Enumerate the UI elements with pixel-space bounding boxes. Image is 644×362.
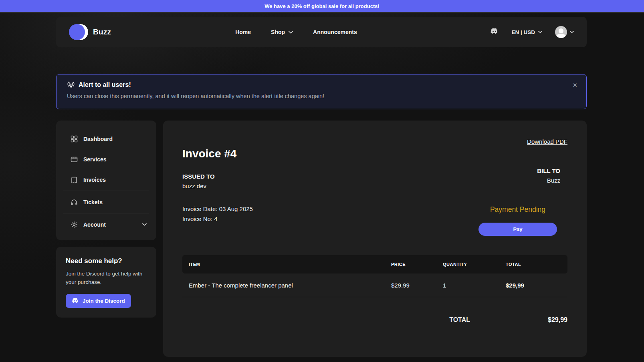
locale-currency-label: EN | USD (511, 29, 535, 35)
discord-icon (72, 298, 79, 304)
chevron-down-icon (538, 31, 542, 33)
sidebar-item-label: Dashboard (83, 136, 113, 142)
sidebar: Dashboard Services Invoices (56, 121, 156, 240)
main-nav: Home Shop Announcements (235, 29, 357, 35)
cell-item: Ember - The complete freelancer panel (189, 282, 391, 289)
nav-announcements[interactable]: Announcements (313, 29, 357, 35)
gear-icon (71, 221, 78, 228)
sidebar-item-services[interactable]: Services (56, 149, 156, 169)
sidebar-item-label: Account (83, 221, 106, 228)
grid-icon (71, 135, 78, 143)
payment-status-badge: Payment Pending (475, 205, 560, 214)
bill-to-block: BILL TO Buzz (537, 167, 567, 189)
sidebar-item-dashboard[interactable]: Dashboard (56, 129, 156, 149)
alert-title: Alert to all users! (79, 81, 131, 88)
col-header-total: TOTAL (506, 262, 561, 267)
invoice-number: Invoice No: 4 (182, 215, 253, 222)
download-pdf-link[interactable]: Download PDF (527, 138, 567, 145)
sidebar-item-label: Services (83, 156, 107, 163)
sidebar-item-tickets[interactable]: Tickets (56, 192, 156, 212)
invoice-date: Invoice Date: 03 Aug 2025 (182, 205, 253, 212)
headset-icon (71, 199, 78, 206)
join-discord-label: Join the Discord (83, 298, 125, 304)
chevron-down-icon (142, 223, 147, 226)
brand-logo[interactable] (69, 24, 88, 40)
broadcast-icon (67, 81, 75, 88)
invoice-title: Invoice #4 (182, 147, 567, 160)
help-text: Join the Discord to get help with your p… (66, 270, 146, 287)
col-header-quantity: QUANTITY (443, 262, 506, 267)
chevron-down-icon (289, 31, 293, 34)
sidebar-item-account[interactable]: Account (56, 214, 156, 235)
cell-total: $29,99 (506, 282, 561, 289)
nav-shop[interactable]: Shop (271, 29, 293, 35)
issued-to-label: ISSUED TO (182, 173, 215, 180)
nav-announcements-label: Announcements (313, 29, 357, 35)
sidebar-item-label: Tickets (83, 199, 103, 205)
issued-to-block: ISSUED TO buzz dev (182, 173, 215, 189)
sidebar-divider (63, 191, 149, 191)
help-card: Need some help? Join the Discord to get … (56, 247, 156, 318)
col-header-item: ITEM (189, 262, 391, 267)
box-icon (71, 156, 78, 163)
nav-home-label: Home (235, 29, 251, 35)
join-discord-button[interactable]: Join the Discord (66, 294, 131, 308)
bill-to-label: BILL TO (537, 167, 560, 174)
help-title: Need some help? (66, 257, 147, 265)
issued-to-value: buzz dev (182, 183, 215, 189)
global-alert: Alert to all users! Users can close this… (56, 74, 587, 109)
bill-to-value: Buzz (537, 177, 560, 184)
avatar (555, 26, 567, 38)
invoice-card: Download PDF Invoice #4 ISSUED TO buzz d… (163, 121, 587, 357)
discord-icon[interactable] (490, 28, 499, 36)
grand-total-label: TOTAL (449, 316, 470, 324)
table-header-row: ITEM PRICE QUANTITY TOTAL (182, 255, 567, 274)
locale-currency-selector[interactable]: EN | USD (511, 29, 542, 35)
chevron-down-icon (570, 31, 574, 33)
invoice-items-table: ITEM PRICE QUANTITY TOTAL Ember - The co… (182, 255, 567, 297)
sidebar-item-label: Invoices (83, 177, 106, 183)
grand-total-value: $29,99 (470, 316, 567, 324)
promo-banner-text: We have a 20% off global sale for all pr… (264, 3, 380, 9)
table-row: Ember - The complete freelancer panel $2… (182, 274, 567, 297)
nav-home[interactable]: Home (235, 29, 251, 35)
cell-quantity: 1 (443, 282, 506, 289)
account-menu[interactable] (555, 26, 574, 38)
col-header-price: PRICE (391, 262, 443, 267)
invoice-icon (71, 176, 78, 183)
brand-name[interactable]: Buzz (93, 28, 111, 36)
nav-shop-label: Shop (271, 29, 285, 35)
header: Buzz Home Shop Announcements EN | USD (56, 17, 587, 47)
logo-circle (69, 24, 85, 40)
sidebar-divider (63, 213, 149, 213)
alert-message: Users can close this permanently, and it… (67, 93, 576, 99)
pay-button[interactable]: Pay (478, 223, 557, 236)
promo-banner: We have a 20% off global sale for all pr… (0, 0, 644, 13)
cell-price: $29,99 (391, 282, 443, 289)
close-icon[interactable]: ✕ (572, 82, 577, 89)
sidebar-item-invoices[interactable]: Invoices (56, 169, 156, 190)
